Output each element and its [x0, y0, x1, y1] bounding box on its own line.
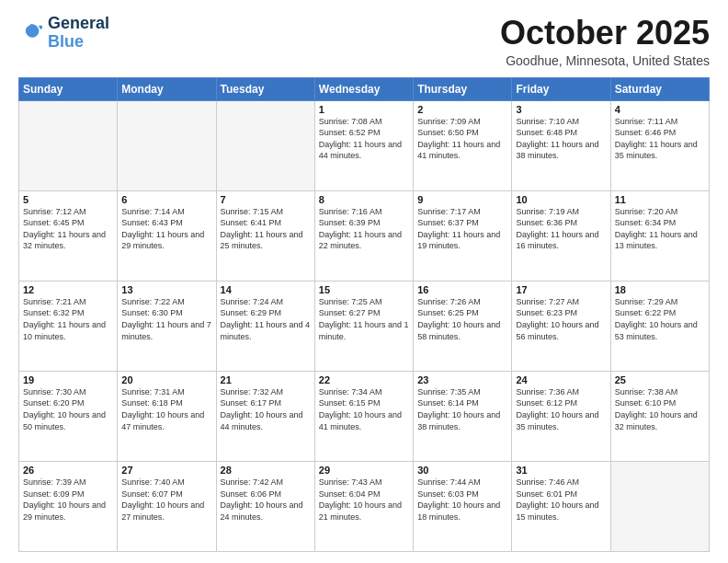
- calendar-cell: 2Sunrise: 7:09 AM Sunset: 6:50 PM Daylig…: [414, 100, 512, 190]
- calendar-week-row: 1Sunrise: 7:08 AM Sunset: 6:52 PM Daylig…: [19, 100, 710, 190]
- calendar-cell: 8Sunrise: 7:16 AM Sunset: 6:39 PM Daylig…: [314, 190, 413, 281]
- day-info: Sunrise: 7:08 AM Sunset: 6:52 PM Dayligh…: [319, 116, 409, 162]
- calendar-cell: 21Sunrise: 7:32 AM Sunset: 6:17 PM Dayli…: [216, 371, 314, 461]
- day-info: Sunrise: 7:34 AM Sunset: 6:15 PM Dayligh…: [319, 386, 409, 432]
- day-number: 5: [23, 194, 113, 205]
- calendar-cell: 22Sunrise: 7:34 AM Sunset: 6:15 PM Dayli…: [314, 371, 413, 461]
- calendar-day-header: Wednesday: [314, 77, 413, 100]
- day-number: 7: [221, 194, 311, 205]
- calendar-cell: 12Sunrise: 7:21 AM Sunset: 6:32 PM Dayli…: [19, 281, 118, 371]
- day-number: 4: [615, 104, 705, 115]
- calendar-week-row: 12Sunrise: 7:21 AM Sunset: 6:32 PM Dayli…: [19, 281, 710, 371]
- calendar-day-header: Saturday: [610, 77, 709, 100]
- day-info: Sunrise: 7:46 AM Sunset: 6:01 PM Dayligh…: [516, 477, 606, 523]
- calendar-cell: 28Sunrise: 7:42 AM Sunset: 6:06 PM Dayli…: [216, 461, 314, 551]
- day-info: Sunrise: 7:20 AM Sunset: 6:34 PM Dayligh…: [615, 206, 705, 252]
- day-number: 27: [121, 465, 211, 476]
- day-info: Sunrise: 7:09 AM Sunset: 6:50 PM Dayligh…: [417, 116, 507, 162]
- calendar-cell: 9Sunrise: 7:17 AM Sunset: 6:37 PM Daylig…: [414, 190, 512, 281]
- day-number: 21: [221, 374, 311, 385]
- day-number: 10: [516, 194, 606, 205]
- calendar-cell: [610, 461, 709, 551]
- calendar-cell: 25Sunrise: 7:38 AM Sunset: 6:10 PM Dayli…: [610, 371, 709, 461]
- calendar-cell: 15Sunrise: 7:25 AM Sunset: 6:27 PM Dayli…: [314, 281, 413, 371]
- day-info: Sunrise: 7:10 AM Sunset: 6:48 PM Dayligh…: [516, 116, 606, 162]
- day-info: Sunrise: 7:25 AM Sunset: 6:27 PM Dayligh…: [319, 296, 409, 342]
- day-number: 29: [319, 465, 409, 476]
- day-info: Sunrise: 7:14 AM Sunset: 6:43 PM Dayligh…: [121, 206, 211, 252]
- calendar-cell: 30Sunrise: 7:44 AM Sunset: 6:03 PM Dayli…: [414, 461, 512, 551]
- day-number: 12: [23, 284, 113, 295]
- day-number: 11: [615, 194, 705, 205]
- day-number: 19: [23, 374, 113, 385]
- day-number: 22: [319, 374, 409, 385]
- day-number: 15: [319, 284, 409, 295]
- day-info: Sunrise: 7:36 AM Sunset: 6:12 PM Dayligh…: [516, 386, 606, 432]
- logo-text: General Blue: [48, 15, 109, 52]
- day-number: 23: [417, 374, 507, 385]
- calendar-cell: 31Sunrise: 7:46 AM Sunset: 6:01 PM Dayli…: [512, 461, 610, 551]
- calendar-cell: 7Sunrise: 7:15 AM Sunset: 6:41 PM Daylig…: [216, 190, 314, 281]
- day-info: Sunrise: 7:26 AM Sunset: 6:25 PM Dayligh…: [417, 296, 507, 342]
- calendar-week-row: 26Sunrise: 7:39 AM Sunset: 6:09 PM Dayli…: [19, 461, 710, 551]
- day-info: Sunrise: 7:31 AM Sunset: 6:18 PM Dayligh…: [121, 386, 211, 432]
- day-info: Sunrise: 7:40 AM Sunset: 6:07 PM Dayligh…: [121, 477, 211, 523]
- day-number: 3: [516, 104, 606, 115]
- page: General Blue October 2025 Goodhue, Minne…: [0, 0, 728, 563]
- day-number: 17: [516, 284, 606, 295]
- calendar-cell: 4Sunrise: 7:11 AM Sunset: 6:46 PM Daylig…: [610, 100, 709, 190]
- calendar-cell: 20Sunrise: 7:31 AM Sunset: 6:18 PM Dayli…: [118, 371, 216, 461]
- day-number: 13: [121, 284, 211, 295]
- calendar-cell: 24Sunrise: 7:36 AM Sunset: 6:12 PM Dayli…: [512, 371, 610, 461]
- day-number: 28: [221, 465, 311, 476]
- day-info: Sunrise: 7:35 AM Sunset: 6:14 PM Dayligh…: [417, 386, 507, 432]
- day-number: 9: [417, 194, 507, 205]
- day-info: Sunrise: 7:39 AM Sunset: 6:09 PM Dayligh…: [23, 477, 113, 523]
- calendar-cell: 17Sunrise: 7:27 AM Sunset: 6:23 PM Dayli…: [512, 281, 610, 371]
- month-title: October 2025: [500, 15, 710, 52]
- title-area: October 2025 Goodhue, Minnesota, United …: [500, 15, 710, 68]
- header: General Blue October 2025 Goodhue, Minne…: [18, 15, 710, 68]
- day-info: Sunrise: 7:30 AM Sunset: 6:20 PM Dayligh…: [23, 386, 113, 432]
- calendar-cell: [19, 100, 118, 190]
- day-info: Sunrise: 7:22 AM Sunset: 6:30 PM Dayligh…: [121, 296, 211, 342]
- calendar-week-row: 5Sunrise: 7:12 AM Sunset: 6:45 PM Daylig…: [19, 190, 710, 281]
- day-number: 25: [615, 374, 705, 385]
- day-number: 18: [615, 284, 705, 295]
- calendar-cell: 14Sunrise: 7:24 AM Sunset: 6:29 PM Dayli…: [216, 281, 314, 371]
- day-number: 16: [417, 284, 507, 295]
- calendar-cell: 6Sunrise: 7:14 AM Sunset: 6:43 PM Daylig…: [118, 190, 216, 281]
- day-info: Sunrise: 7:11 AM Sunset: 6:46 PM Dayligh…: [615, 116, 705, 162]
- calendar-week-row: 19Sunrise: 7:30 AM Sunset: 6:20 PM Dayli…: [19, 371, 710, 461]
- calendar-cell: 23Sunrise: 7:35 AM Sunset: 6:14 PM Dayli…: [414, 371, 512, 461]
- day-number: 26: [23, 465, 113, 476]
- day-info: Sunrise: 7:17 AM Sunset: 6:37 PM Dayligh…: [417, 206, 507, 252]
- calendar-day-header: Friday: [512, 77, 610, 100]
- calendar-cell: 29Sunrise: 7:43 AM Sunset: 6:04 PM Dayli…: [314, 461, 413, 551]
- day-info: Sunrise: 7:44 AM Sunset: 6:03 PM Dayligh…: [417, 477, 507, 523]
- day-info: Sunrise: 7:42 AM Sunset: 6:06 PM Dayligh…: [221, 477, 311, 523]
- calendar-cell: [216, 100, 314, 190]
- calendar-cell: 19Sunrise: 7:30 AM Sunset: 6:20 PM Dayli…: [19, 371, 118, 461]
- day-info: Sunrise: 7:16 AM Sunset: 6:39 PM Dayligh…: [319, 206, 409, 252]
- calendar-cell: 11Sunrise: 7:20 AM Sunset: 6:34 PM Dayli…: [610, 190, 709, 281]
- calendar-cell: 10Sunrise: 7:19 AM Sunset: 6:36 PM Dayli…: [512, 190, 610, 281]
- calendar-cell: [118, 100, 216, 190]
- calendar-day-header: Tuesday: [216, 77, 314, 100]
- calendar-cell: 1Sunrise: 7:08 AM Sunset: 6:52 PM Daylig…: [314, 100, 413, 190]
- calendar-table: SundayMondayTuesdayWednesdayThursdayFrid…: [18, 77, 710, 552]
- day-info: Sunrise: 7:32 AM Sunset: 6:17 PM Dayligh…: [221, 386, 311, 432]
- calendar-cell: 5Sunrise: 7:12 AM Sunset: 6:45 PM Daylig…: [19, 190, 118, 281]
- calendar-day-header: Sunday: [19, 77, 118, 100]
- day-info: Sunrise: 7:38 AM Sunset: 6:10 PM Dayligh…: [615, 386, 705, 432]
- day-number: 6: [121, 194, 211, 205]
- day-info: Sunrise: 7:24 AM Sunset: 6:29 PM Dayligh…: [221, 296, 311, 342]
- day-info: Sunrise: 7:27 AM Sunset: 6:23 PM Dayligh…: [516, 296, 606, 342]
- day-number: 1: [319, 104, 409, 115]
- logo-icon: [18, 20, 44, 46]
- day-number: 8: [319, 194, 409, 205]
- calendar-cell: 18Sunrise: 7:29 AM Sunset: 6:22 PM Dayli…: [610, 281, 709, 371]
- calendar-cell: 27Sunrise: 7:40 AM Sunset: 6:07 PM Dayli…: [118, 461, 216, 551]
- day-info: Sunrise: 7:19 AM Sunset: 6:36 PM Dayligh…: [516, 206, 606, 252]
- day-info: Sunrise: 7:43 AM Sunset: 6:04 PM Dayligh…: [319, 477, 409, 523]
